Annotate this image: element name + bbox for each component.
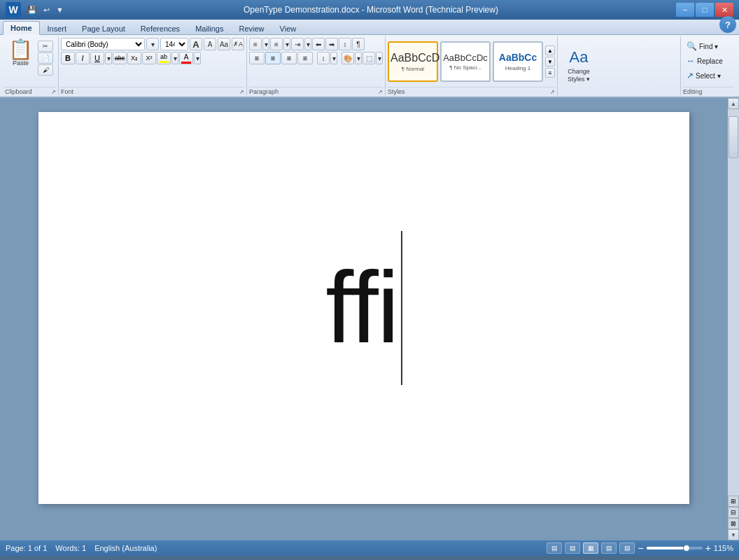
line-spacing-dropdown[interactable]: ▾ — [330, 52, 337, 64]
styles-group: AaBbCcDc ¶ Normal AaBbCcDc ¶ No Spaci...… — [386, 36, 558, 95]
editing-label: Editing — [683, 87, 734, 95]
tab-references[interactable]: References — [133, 22, 188, 35]
quick-access-dropdown[interactable]: ▼ — [54, 4, 66, 15]
bold-button[interactable]: B — [61, 52, 75, 64]
decrease-indent-button[interactable]: ⬅ — [312, 38, 325, 50]
numbering-dropdown[interactable]: ▾ — [283, 38, 290, 50]
find-button[interactable]: 🔍 Find ▾ — [683, 39, 722, 53]
grow-font-button[interactable]: A — [190, 38, 202, 50]
shrink-font-button[interactable]: A — [204, 38, 216, 50]
view-web-button[interactable]: ▦ — [583, 542, 598, 554]
view-draft-button[interactable]: ▤ — [619, 542, 635, 554]
font-color-button[interactable]: A — [179, 52, 193, 64]
sort-button[interactable]: ↕ — [339, 38, 351, 50]
superscript-button[interactable]: X² — [142, 52, 156, 64]
subscript-button[interactable]: X₂ — [127, 52, 141, 64]
replace-button[interactable]: ↔ Replace — [683, 54, 726, 68]
strikethrough-button[interactable]: abc — [113, 52, 127, 64]
style-heading1-preview: AaBbCc — [495, 52, 540, 64]
multilevel-list-button[interactable]: ⇥ — [291, 38, 304, 50]
style-normal-preview: AaBbCcDc — [390, 51, 435, 64]
title-bar: W 💾 ↩ ▼ OpenType Demonstration.docx - Mi… — [0, 0, 739, 20]
underline-button[interactable]: U — [90, 52, 104, 64]
font-expand[interactable]: ↗ — [239, 89, 244, 95]
styles-up-button[interactable]: ▲ — [545, 46, 555, 55]
scroll-down-button[interactable]: ▼ — [728, 529, 739, 540]
copy-button[interactable]: 📄 — [38, 52, 53, 64]
align-left-button[interactable]: ≡ — [249, 52, 265, 64]
style-heading1[interactable]: AaBbCc Heading 1 — [493, 41, 543, 82]
line-spacing-button[interactable]: ↕ — [317, 52, 330, 64]
scroll-up-button[interactable]: ▲ — [728, 98, 739, 109]
style-heading1-label: Heading 1 — [505, 65, 530, 71]
highlight-dropdown[interactable]: ▾ — [171, 52, 178, 64]
format-painter-button[interactable]: 🖌 — [38, 64, 53, 76]
borders-dropdown[interactable]: ▾ — [376, 52, 383, 64]
clipboard-sub-buttons: ✂ 📄 🖌 — [38, 41, 53, 76]
help-button[interactable]: ? — [719, 16, 736, 33]
change-styles-button[interactable]: Aa ChangeStyles ▾ — [563, 45, 595, 87]
increase-indent-button[interactable]: ➡ — [325, 38, 338, 50]
numbering-button[interactable]: ≡ — [270, 38, 283, 50]
document-page[interactable]: ffi — [38, 112, 689, 504]
paragraph-expand[interactable]: ↗ — [378, 89, 383, 95]
scroll-zoom-btn3[interactable]: ⊠ — [728, 518, 739, 529]
styles-down-button[interactable]: ▼ — [545, 57, 555, 66]
font-name-dropdown[interactable]: ▾ — [146, 38, 159, 50]
change-case-button[interactable]: Aa — [218, 38, 230, 50]
scroll-zoom-btn2[interactable]: ⊟ — [728, 507, 739, 518]
clear-format-button[interactable]: ✗A — [232, 38, 244, 50]
bullets-dropdown[interactable]: ▾ — [262, 38, 269, 50]
style-no-spacing[interactable]: AaBbCcDc ¶ No Spaci... — [440, 41, 491, 82]
tab-home[interactable]: Home — [3, 21, 40, 35]
document-wrapper[interactable]: ffi — [0, 98, 728, 540]
borders-button[interactable]: ⬚ — [363, 52, 375, 64]
show-hide-button[interactable]: ¶ — [352, 38, 365, 50]
text-highlight-button[interactable]: ab — [157, 52, 171, 64]
align-center-button[interactable]: ≡ — [265, 52, 281, 64]
styles-more-button[interactable]: ≡ — [545, 68, 555, 78]
word-icon: W — [6, 2, 21, 18]
maximize-button[interactable]: □ — [696, 3, 714, 17]
word-count: Words: 1 — [55, 544, 86, 552]
select-button[interactable]: ↗ Select ▾ — [683, 69, 724, 83]
font-name-select[interactable]: Calibri (Body) — [61, 38, 145, 50]
scroll-thumb[interactable] — [729, 116, 738, 158]
shading-button[interactable]: 🎨 — [342, 52, 354, 64]
tab-view[interactable]: View — [272, 22, 304, 35]
close-button[interactable]: ✕ — [715, 3, 733, 17]
zoom-in-button[interactable]: + — [705, 543, 711, 553]
align-right-button[interactable]: ≡ — [281, 52, 297, 64]
view-print-button[interactable]: ▤ — [547, 542, 562, 554]
undo-button[interactable]: ↩ — [41, 4, 52, 16]
justify-button[interactable]: ≡ — [297, 52, 313, 64]
save-button[interactable]: 💾 — [25, 4, 39, 16]
page-info: Page: 1 of 1 — [6, 544, 47, 552]
minimize-button[interactable]: − — [676, 3, 694, 17]
font-color-dropdown[interactable]: ▾ — [194, 52, 201, 64]
styles-expand[interactable]: ↗ — [550, 89, 555, 95]
tab-insert[interactable]: Insert — [40, 22, 75, 35]
style-normal[interactable]: AaBbCcDc ¶ Normal — [388, 41, 438, 82]
view-fullscreen-button[interactable]: ▤ — [565, 542, 580, 554]
shading-dropdown[interactable]: ▾ — [355, 52, 362, 64]
zoom-handle[interactable] — [683, 545, 690, 552]
font-size-select[interactable]: 144 — [160, 38, 188, 50]
paste-button[interactable]: 📋 Paste — [5, 38, 36, 69]
scroll-track[interactable] — [728, 109, 739, 496]
italic-button[interactable]: I — [76, 52, 90, 64]
scroll-zoom-btn1[interactable]: ⊞ — [728, 496, 739, 507]
view-outline-button[interactable]: ▤ — [601, 542, 617, 554]
tab-page-layout[interactable]: Page Layout — [74, 22, 133, 35]
tab-review[interactable]: Review — [231, 22, 272, 35]
underline-dropdown[interactable]: ▾ — [105, 52, 112, 64]
multilevel-dropdown[interactable]: ▾ — [304, 38, 311, 50]
clipboard-expand[interactable]: ↗ — [51, 89, 56, 95]
zoom-slider[interactable] — [647, 547, 703, 550]
styles-arrows: ▲ ▼ ≡ — [545, 46, 555, 78]
zoom-out-button[interactable]: − — [638, 543, 643, 553]
language-indicator[interactable]: English (Australia) — [94, 544, 157, 552]
cut-button[interactable]: ✂ — [38, 41, 53, 52]
bullets-button[interactable]: ≡ — [249, 38, 262, 50]
tab-mailings[interactable]: Mailings — [188, 22, 231, 35]
